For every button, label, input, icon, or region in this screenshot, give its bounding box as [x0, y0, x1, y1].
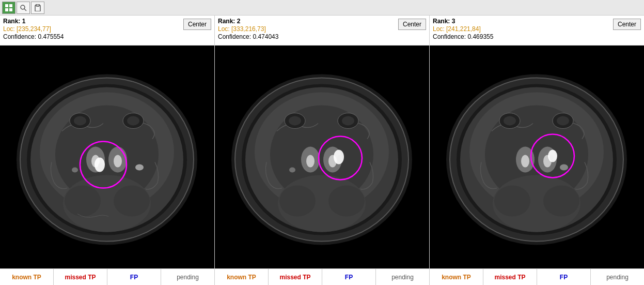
- svg-point-72: [504, 116, 516, 126]
- svg-point-43: [306, 155, 315, 168]
- missed-tp-btn-1[interactable]: missed TP: [54, 269, 107, 285]
- mri-image-1: [0, 46, 214, 268]
- svg-point-46: [337, 155, 342, 162]
- missed-tp-btn-2[interactable]: missed TP: [269, 269, 322, 285]
- detection-panel-1: Rank: 1 Loc: [235,234,77] Confidence: 0.…: [0, 16, 215, 285]
- bottom-buttons-2: known TP missed TP FP pending: [215, 268, 429, 285]
- toolbar: [0, 0, 644, 16]
- loc-label-1: Loc: [235,234,77]: [3, 25, 64, 33]
- confidence-label-1: Confidence: 0.475554: [3, 33, 64, 40]
- svg-point-28: [74, 116, 86, 126]
- center-button-1[interactable]: Center: [183, 19, 211, 30]
- svg-point-61: [494, 186, 530, 217]
- bottom-buttons-3: known TP missed TP FP pending: [430, 268, 644, 285]
- svg-line-5: [24, 9, 26, 11]
- svg-rect-7: [36, 4, 39, 6]
- info-text-3: Rank: 3 Loc: [241,221,84] Confidence: 0.…: [433, 18, 493, 40]
- rank-label-2: Rank: 2: [218, 18, 278, 25]
- svg-point-69: [560, 164, 568, 171]
- svg-point-29: [127, 116, 139, 126]
- svg-rect-2: [5, 8, 8, 11]
- toolbar-btn-clipboard[interactable]: [31, 2, 44, 14]
- fp-btn-1[interactable]: FP: [107, 269, 161, 285]
- info-header-3: Rank: 3 Loc: [241,221,84] Confidence: 0.…: [430, 16, 644, 46]
- svg-point-4: [21, 5, 25, 9]
- main-content: Rank: 1 Loc: [235,234,77] Confidence: 0.…: [0, 16, 644, 285]
- svg-point-62: [543, 186, 579, 217]
- center-button-3[interactable]: Center: [613, 19, 641, 30]
- pending-btn-2[interactable]: pending: [376, 269, 429, 285]
- svg-point-40: [328, 186, 365, 217]
- svg-rect-0: [5, 4, 8, 7]
- missed-tp-btn-3[interactable]: missed TP: [483, 269, 537, 285]
- mri-image-3: [430, 46, 644, 268]
- detection-panel-3: Rank: 3 Loc: [241,221,84] Confidence: 0.…: [430, 16, 644, 285]
- svg-point-25: [72, 168, 78, 173]
- known-tp-btn-2[interactable]: known TP: [215, 269, 269, 285]
- rank-label-3: Rank: 3: [433, 18, 493, 25]
- info-header-2: Rank: 2 Loc: [333,216,73] Confidence: 0.…: [215, 16, 429, 46]
- confidence-label-2: Confidence: 0.474043: [218, 33, 278, 40]
- info-text-2: Rank: 2 Loc: [333,216,73] Confidence: 0.…: [218, 18, 278, 40]
- fp-btn-3[interactable]: FP: [537, 269, 591, 285]
- rank-label-1: Rank: 1: [3, 18, 64, 25]
- svg-rect-1: [9, 4, 12, 7]
- svg-point-39: [279, 186, 316, 217]
- loc-label-3: Loc: [241,221,84]: [433, 25, 493, 33]
- known-tp-btn-3[interactable]: known TP: [430, 269, 483, 285]
- info-text-1: Rank: 1 Loc: [235,234,77] Confidence: 0.…: [3, 18, 64, 40]
- pending-btn-3[interactable]: pending: [591, 269, 644, 285]
- svg-point-47: [289, 168, 295, 173]
- svg-point-68: [549, 155, 554, 161]
- toolbar-btn-search[interactable]: [17, 2, 30, 14]
- known-tp-btn-1[interactable]: known TP: [0, 269, 54, 285]
- svg-point-23: [98, 163, 103, 170]
- info-header-1: Rank: 1 Loc: [235,234,77] Confidence: 0.…: [0, 16, 214, 46]
- svg-point-17: [114, 186, 150, 217]
- mri-image-2: [215, 46, 429, 268]
- svg-point-21: [114, 155, 122, 168]
- toolbar-btn-grid[interactable]: [2, 2, 15, 14]
- fp-btn-2[interactable]: FP: [322, 269, 376, 285]
- bottom-buttons-1: known TP missed TP FP pending: [0, 268, 214, 285]
- center-button-2[interactable]: Center: [398, 19, 426, 30]
- detection-panel-2: Rank: 2 Loc: [333,216,73] Confidence: 0.…: [215, 16, 430, 285]
- svg-point-50: [289, 116, 301, 126]
- svg-point-73: [557, 116, 569, 126]
- svg-point-16: [65, 186, 101, 217]
- svg-point-24: [135, 164, 144, 171]
- loc-label-2: Loc: [333,216,73]: [218, 25, 278, 33]
- svg-rect-3: [9, 8, 12, 11]
- confidence-label-3: Confidence: 0.469355: [433, 33, 493, 40]
- svg-point-65: [521, 155, 529, 168]
- pending-btn-1[interactable]: pending: [161, 269, 214, 285]
- svg-point-51: [342, 116, 354, 126]
